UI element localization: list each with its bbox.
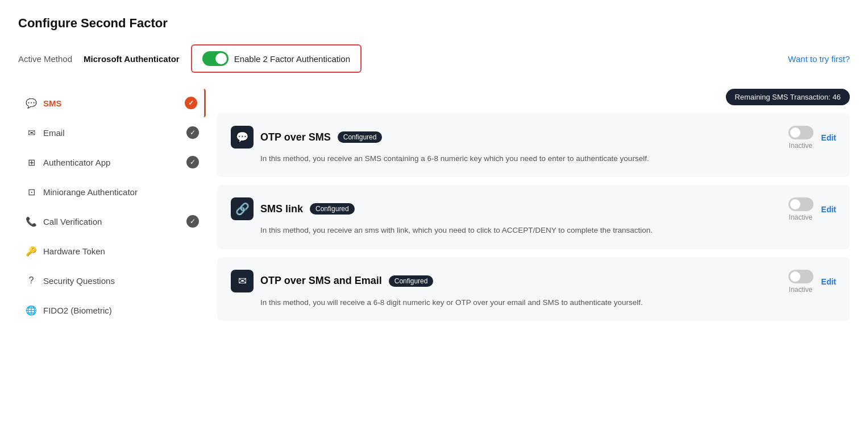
sms-link-toggle[interactable] (788, 197, 813, 211)
sms-link-edit[interactable]: Edit (821, 205, 836, 214)
otp-sms-edit[interactable]: Edit (821, 133, 836, 142)
sidebar-label-fido2: FIDO2 (Biometric) (43, 306, 112, 315)
hardware-token-icon: 🔑 (25, 245, 38, 257)
sms-remaining-row: Remaining SMS Transaction: 46 (217, 89, 850, 105)
sidebar-item-hardware-token[interactable]: 🔑 Hardware Token (18, 237, 206, 265)
sidebar-item-sms[interactable]: 💬 SMS ✓ (18, 89, 206, 117)
otp-sms-status: Inactive (789, 142, 812, 150)
email-icon: ✉ (25, 126, 38, 139)
method-card-otp-sms: 💬 OTP over SMS Configured In this method… (217, 113, 850, 177)
sidebar: 💬 SMS ✓ ✉ Email ✓ ⊞ Authenticator App ✓ (18, 89, 206, 329)
otp-sms-badge: Configured (338, 131, 383, 143)
active-method-value: Microsoft Authenticator (84, 54, 180, 64)
otp-sms-email-edit[interactable]: Edit (821, 277, 836, 286)
call-verification-icon: 📞 (25, 215, 38, 228)
sidebar-item-fido2[interactable]: 🌐 FIDO2 (Biometric) (18, 296, 206, 324)
otp-sms-icon: 💬 (231, 126, 254, 149)
otp-sms-toggle[interactable] (788, 126, 813, 139)
method-card-otp-sms-email: ✉ OTP over SMS and Email Configured In t… (217, 257, 850, 321)
otp-sms-email-icon: ✉ (231, 270, 254, 292)
sms-link-description: In this method, you receive an sms with … (260, 225, 777, 236)
enable-2fa-toggle[interactable] (202, 51, 229, 66)
method-card-sms-link: 🔗 SMS link Configured In this method, yo… (217, 185, 850, 249)
otp-sms-description: In this method, you receive an SMS conta… (260, 153, 777, 164)
authenticator-app-icon: ⊞ (25, 156, 38, 168)
sms-link-icon: 🔗 (231, 197, 254, 220)
fido2-icon: 🌐 (25, 304, 38, 316)
sidebar-label-hardware-token: Hardware Token (43, 246, 105, 256)
main-content: 💬 SMS ✓ ✉ Email ✓ ⊞ Authenticator App ✓ (18, 89, 850, 329)
top-bar: Active Method Microsoft Authenticator En… (18, 44, 850, 73)
sms-link-controls: Inactive Edit (788, 197, 836, 221)
sidebar-label-authenticator-app: Authenticator App (43, 158, 110, 167)
sidebar-item-miniorange[interactable]: ⊡ Miniorange Authenticator (18, 178, 206, 206)
sidebar-label-call-verification: Call Verification (43, 217, 102, 226)
page-title: Configure Second Factor (18, 16, 850, 31)
want-to-try-link[interactable]: Want to try first? (788, 54, 850, 64)
sidebar-label-miniorange: Miniorange Authenticator (43, 187, 138, 197)
sidebar-item-call-verification[interactable]: 📞 Call Verification ✓ (18, 207, 206, 236)
authenticator-app-check: ✓ (186, 156, 199, 168)
sidebar-label-security-questions: Security Questions (43, 276, 115, 286)
otp-sms-email-toggle[interactable] (788, 270, 813, 283)
sms-link-status: Inactive (789, 213, 812, 221)
otp-sms-name: OTP over SMS (260, 131, 331, 143)
sms-icon: 💬 (25, 97, 38, 109)
sidebar-item-email[interactable]: ✉ Email ✓ (18, 118, 206, 147)
content-area: Remaining SMS Transaction: 46 💬 OTP over… (206, 89, 850, 329)
otp-sms-email-controls: Inactive Edit (788, 270, 836, 294)
sidebar-item-security-questions[interactable]: ? Security Questions (18, 266, 206, 295)
otp-sms-email-status: Inactive (789, 286, 812, 294)
enable-2fa-label: Enable 2 Factor Authentication (234, 54, 350, 64)
otp-sms-email-description: In this method, you will receive a 6-8 d… (260, 297, 777, 308)
sms-remaining-badge: Remaining SMS Transaction: 46 (726, 89, 850, 105)
sms-link-name: SMS link (260, 203, 303, 215)
sidebar-label-sms: SMS (43, 98, 62, 108)
otp-sms-email-badge: Configured (389, 275, 434, 287)
security-questions-icon: ? (25, 274, 38, 287)
sms-check: ✓ (185, 97, 197, 109)
active-method-label: Active Method (18, 54, 72, 64)
otp-sms-controls: Inactive Edit (788, 126, 836, 150)
sms-link-badge: Configured (310, 203, 355, 215)
email-check: ✓ (186, 126, 199, 139)
enable-2fa-box[interactable]: Enable 2 Factor Authentication (191, 44, 362, 73)
sidebar-label-email: Email (43, 128, 65, 138)
miniorange-icon: ⊡ (25, 186, 38, 198)
otp-sms-email-name: OTP over SMS and Email (260, 275, 382, 287)
call-verification-check: ✓ (186, 215, 199, 228)
sidebar-item-authenticator-app[interactable]: ⊞ Authenticator App ✓ (18, 148, 206, 176)
